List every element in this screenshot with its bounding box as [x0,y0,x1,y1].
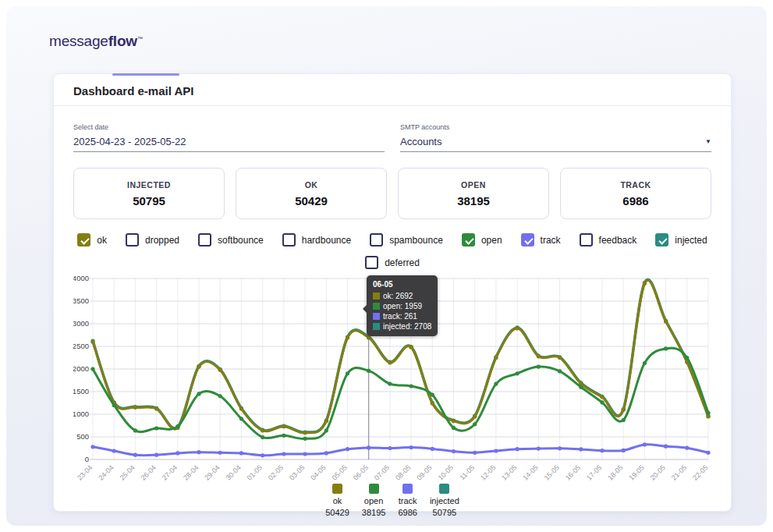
stat-card-open: OPEN 38195 [398,168,549,219]
line-chart[interactable]: 0500100015002000250030003500400023-0424-… [73,274,713,483]
checkbox-injected-box[interactable] [655,233,668,246]
checkbox-ok[interactable]: ok [77,233,107,246]
svg-text:03-05: 03-05 [288,463,306,481]
checkbox-dropped[interactable]: dropped [126,233,179,246]
tooltip-row-text: open: 1959 [383,301,422,311]
legend-label: track [399,496,417,505]
svg-text:1500: 1500 [73,387,89,395]
checkbox-deferred[interactable]: deferred [365,256,420,269]
stat-label: TRACK [620,180,651,190]
date-range-field[interactable]: Select date 2025-04-23 - 2025-05-22 [73,123,385,152]
legend-label: injected [430,496,459,505]
stat-value: 50429 [295,194,328,207]
legend-value: 50795 [433,508,457,517]
stat-value: 38195 [457,194,490,207]
checkbox-hardbounce[interactable]: hardbounce [282,233,351,246]
svg-text:20-05: 20-05 [649,463,667,481]
svg-text:13-05: 13-05 [500,463,518,481]
filter-bar: Select date 2025-04-23 - 2025-05-22 SMTP… [73,123,711,152]
svg-text:27-04: 27-04 [161,463,179,481]
checkbox-track-box[interactable] [521,233,534,246]
tooltip-row-ok: ok: 2692 [373,291,431,301]
svg-text:4000: 4000 [73,274,89,282]
page-title: Dashboard e-mail API [54,74,731,106]
legend-item-track: track 6986 [398,484,417,517]
svg-text:24-04: 24-04 [97,463,115,481]
svg-text:10-05: 10-05 [437,463,455,481]
stat-value: 50795 [133,194,165,207]
chevron-down-icon[interactable]: ▼ [705,138,711,145]
dashboard-card: Dashboard e-mail API Select date 2025-04… [53,73,732,512]
svg-text:500: 500 [76,432,89,441]
brand-logo-regular: message [49,33,108,49]
date-range-label: Select date [73,123,385,131]
smtp-accounts-value[interactable]: Accounts [400,136,441,147]
svg-text:07-05: 07-05 [373,463,391,481]
checkbox-spambounce-box[interactable] [370,233,383,246]
checkbox-feedback-box[interactable] [580,233,593,246]
open-swatch-icon [373,303,380,310]
checkbox-dropped-label: dropped [145,235,179,246]
checkbox-spambounce-label: spambounce [389,235,443,246]
checkbox-softbounce-label: softbounce [218,235,264,246]
checkbox-feedback-label: feedback [599,235,637,246]
checkbox-spambounce[interactable]: spambounce [370,233,443,246]
tooltip-row-track: track: 261 [373,311,431,321]
checkbox-ok-label: ok [97,235,107,246]
stat-label: OK [305,180,318,190]
svg-text:21-05: 21-05 [670,463,688,481]
svg-text:11-05: 11-05 [458,463,476,481]
track-legend-swatch-icon [402,484,413,494]
checkbox-hardbounce-label: hardbounce [302,235,351,246]
svg-text:0: 0 [85,455,89,463]
svg-text:25-04: 25-04 [118,463,136,481]
legend-label: open [364,496,383,505]
smtp-accounts-select[interactable]: SMTP accounts Accounts▼ [400,123,711,152]
legend-value: 50429 [325,508,349,517]
tooltip-date: 06-05 [373,279,431,289]
checkbox-softbounce[interactable]: softbounce [198,233,264,246]
checkbox-ok-box[interactable] [77,233,90,246]
checkbox-dropped-box[interactable] [126,233,139,246]
svg-text:04-05: 04-05 [309,463,327,481]
legend-label: ok [333,496,342,505]
checkbox-deferred-box[interactable] [365,256,378,269]
checkbox-hardbounce-box[interactable] [282,233,296,246]
checkbox-feedback[interactable]: feedback [580,233,637,246]
injected-swatch-icon [373,323,380,330]
checkbox-track[interactable]: track [521,233,561,246]
active-tab-indicator [112,73,179,76]
stat-label: OPEN [461,180,486,190]
legend-value: 6986 [398,508,417,517]
svg-text:17-05: 17-05 [585,463,603,481]
stat-card-injected: INJECTED 50795 [73,168,225,219]
svg-text:30-04: 30-04 [225,463,243,481]
open-legend-swatch-icon [369,484,379,494]
stat-card-ok: OK 50429 [236,168,387,219]
svg-text:22-05: 22-05 [691,463,709,481]
tooltip-row-injected: injected: 2708 [373,321,431,332]
checkbox-open[interactable]: open [462,233,502,246]
track-swatch-icon [373,313,380,320]
svg-text:12-05: 12-05 [479,463,497,481]
series-checkbox-group: ok dropped softbounce hardbounce spambou… [73,233,711,269]
date-range-value[interactable]: 2025-04-23 - 2025-05-22 [73,136,186,147]
ok-legend-swatch-icon [332,484,342,494]
ok-swatch-icon [373,293,380,300]
tooltip-row-text: injected: 2708 [383,321,431,332]
tooltip-row-text: ok: 2692 [383,291,413,301]
chart-tooltip: 06-05 ok: 2692 open: 1959 track: 261 inj… [367,275,438,336]
app-background: messageflow™ Dashboard e-mail API Select… [6,6,767,526]
svg-text:2500: 2500 [73,342,89,350]
legend-item-injected: injected 50795 [430,484,459,517]
checkbox-injected[interactable]: injected [655,233,707,246]
smtp-accounts-label: SMTP accounts [400,123,711,131]
svg-text:23-04: 23-04 [76,463,94,481]
svg-text:05-05: 05-05 [331,463,349,481]
checkbox-open-box[interactable] [462,233,475,246]
svg-text:3000: 3000 [73,319,89,328]
checkbox-softbounce-box[interactable] [198,233,211,246]
legend-item-open: open 38195 [362,484,386,517]
brand-logo-bold: flow [108,33,137,49]
tooltip-row-text: track: 261 [383,311,417,321]
